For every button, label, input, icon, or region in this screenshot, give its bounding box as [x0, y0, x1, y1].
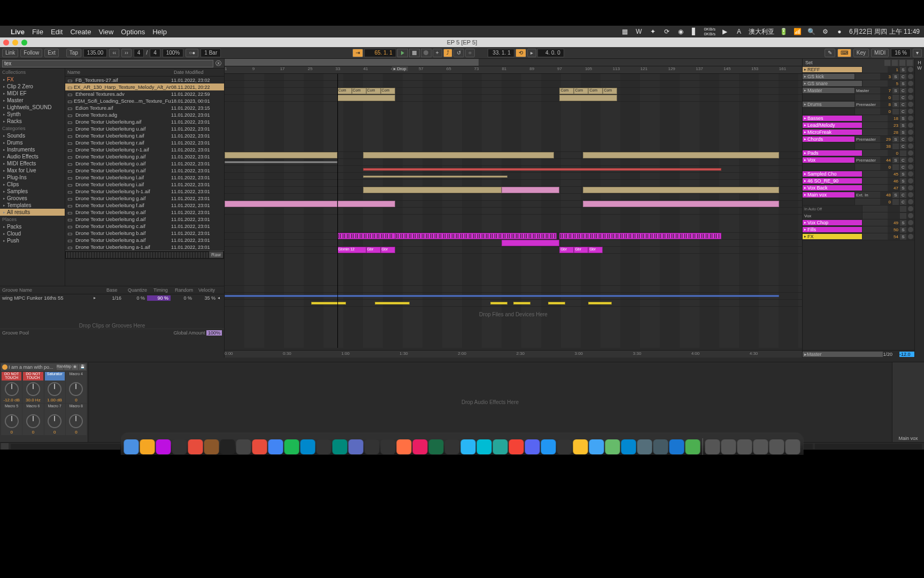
- category-instruments[interactable]: ▸Instruments: [0, 146, 65, 153]
- audio-clip[interactable]: [583, 187, 779, 193]
- file-row[interactable]: ▭Drone Textur Ueberleitung t.aif11.01.20…: [65, 132, 224, 139]
- collection-item[interactable]: ▸Racks: [0, 118, 65, 125]
- audio-clip[interactable]: [583, 152, 779, 158]
- macro-control[interactable]: Macro 50: [1, 404, 22, 435]
- audio-clip[interactable]: [225, 295, 779, 297]
- audio-clip[interactable]: [375, 302, 410, 305]
- knob-icon[interactable]: [69, 414, 83, 428]
- arrangement-view-button[interactable]: W: [915, 65, 924, 71]
- device-title[interactable]: I am a man with po...: [9, 364, 56, 370]
- track-header[interactable]: ▸GS kick3SC: [803, 73, 914, 80]
- dock-app-icon[interactable]: [461, 439, 476, 454]
- dock-app-icon[interactable]: [445, 439, 460, 454]
- dock-app-icon[interactable]: [397, 439, 412, 454]
- global-amount-value[interactable]: 100%: [206, 330, 222, 336]
- dock-app-icon[interactable]: [236, 439, 251, 454]
- record-button[interactable]: [421, 49, 432, 57]
- overdub-icon[interactable]: +: [433, 49, 442, 57]
- track-header[interactable]: ▸Vox Back47S: [803, 185, 914, 192]
- solo-button[interactable]: S: [900, 123, 906, 128]
- macro-control[interactable]: Macro 60: [22, 404, 43, 435]
- dock-app-icon[interactable]: [204, 439, 219, 454]
- collection-item[interactable]: ▸FX: [0, 76, 65, 83]
- groove-row[interactable]: wing MPC Funker 16ths 55 ▸ 1/16 0 % 90 %…: [0, 294, 224, 301]
- file-row[interactable]: ▭Drone Textur Ueberleitung.aif11.01.2022…: [65, 118, 224, 125]
- category-plug-ins[interactable]: ▸Plug-Ins: [0, 174, 65, 181]
- arm-button[interactable]: [908, 206, 913, 211]
- collection-item[interactable]: ▸Clip 2 Zero: [0, 83, 65, 90]
- audio-clip[interactable]: [225, 152, 337, 158]
- arm-button[interactable]: [908, 220, 913, 225]
- file-row[interactable]: ▭Edion Texture.aif11.01.2022, 23:15: [65, 104, 224, 111]
- audio-clip[interactable]: [337, 95, 395, 101]
- dock-app-icon[interactable]: [737, 439, 752, 454]
- arm-button[interactable]: [908, 102, 913, 107]
- loop-start[interactable]: 33. 1. 1: [488, 49, 514, 57]
- master-button[interactable]: [907, 60, 913, 66]
- collapse-button[interactable]: C: [900, 143, 906, 149]
- track-header[interactable]: ▸MicroFreak28S: [803, 129, 914, 136]
- place-packs[interactable]: ▸Packs: [0, 223, 65, 230]
- track-header[interactable]: ▸Pads0: [803, 150, 914, 157]
- collapse-button[interactable]: C: [900, 192, 906, 198]
- session-view-button[interactable]: H: [915, 60, 924, 65]
- audio-clip[interactable]: [363, 168, 721, 171]
- audio-clip[interactable]: Com: [352, 88, 366, 94]
- dock-app-icon[interactable]: [589, 439, 604, 454]
- arrangement-overview[interactable]: [225, 59, 802, 66]
- locator-marker[interactable]: ▸ Drop: [392, 66, 408, 71]
- nudge-down-icon[interactable]: ‹‹: [109, 49, 119, 57]
- follow-button[interactable]: Follow: [20, 49, 42, 57]
- clear-search-icon[interactable]: ⓧ: [214, 60, 222, 67]
- track-header[interactable]: ▸Fills50S: [803, 226, 914, 233]
- link-button[interactable]: Link: [2, 49, 18, 57]
- master-track-header[interactable]: ▸Master 1/2 0 -12.0: [803, 350, 914, 358]
- solo-button[interactable]: S: [900, 67, 906, 73]
- file-row[interactable]: ▭Drone Textur Ueberleitung p.aif11.01.20…: [65, 153, 224, 160]
- audio-clip[interactable]: Com: [603, 88, 617, 94]
- solo-button[interactable]: [892, 199, 899, 205]
- menulet-icon[interactable]: W: [635, 27, 643, 36]
- solo-button[interactable]: [900, 150, 906, 156]
- device-activator-icon[interactable]: [2, 364, 7, 370]
- category-samples[interactable]: ▸Samples: [0, 188, 65, 195]
- time-ruler[interactable]: 0:000:301:001:302:002:303:003:304:004:30: [225, 350, 802, 358]
- battery-icon[interactable]: 🔋: [780, 27, 788, 36]
- collection-item[interactable]: ▸Lightwels_SOUND: [0, 104, 65, 111]
- solo-button[interactable]: S: [900, 81, 906, 87]
- time-sig-num[interactable]: 4: [134, 49, 144, 57]
- arm-button[interactable]: [908, 171, 913, 177]
- file-row[interactable]: ▭Drone Textur Ueberleitung g.aif11.01.20…: [65, 195, 224, 202]
- dock-app-icon[interactable]: [573, 439, 588, 454]
- rand-button[interactable]: Rand: [57, 364, 63, 370]
- knob-icon[interactable]: [48, 382, 61, 396]
- zoom-display[interactable]: 100%: [163, 49, 184, 57]
- dock-app-icon[interactable]: [188, 439, 203, 454]
- tempo-display[interactable]: 135.00: [83, 49, 107, 57]
- solo-button[interactable]: S: [900, 220, 906, 226]
- file-row[interactable]: ▭Drone Textur Ueberleitung r-1.aif11.01.…: [65, 146, 224, 153]
- device-drop-zone[interactable]: Drop Audio Effects Here: [88, 362, 892, 442]
- collapse-button[interactable]: C: [900, 164, 906, 170]
- arm-button[interactable]: [908, 192, 913, 197]
- arm-button[interactable]: [908, 143, 913, 149]
- arm-button[interactable]: [908, 157, 913, 163]
- draw-mode-icon[interactable]: ✎: [825, 49, 835, 57]
- track-header[interactable]: ▸Lead/Melody23S: [803, 122, 914, 129]
- dock-app-icon[interactable]: [268, 439, 283, 454]
- groove-drop-zone[interactable]: Drop Clips or Grooves Here: [0, 301, 224, 329]
- solo-button[interactable]: S: [892, 192, 899, 198]
- track-header[interactable]: 0C: [803, 108, 914, 115]
- track-header[interactable]: ▸GS snare5S: [803, 80, 914, 87]
- arm-button[interactable]: [908, 178, 913, 184]
- file-row[interactable]: ▭Drone Textur Ueberleitung d.aif11.01.20…: [65, 216, 224, 223]
- solo-button[interactable]: S: [900, 234, 906, 240]
- menu-options[interactable]: Options: [121, 28, 145, 36]
- dock-app-icon[interactable]: [333, 439, 348, 454]
- arm-button[interactable]: [908, 88, 913, 93]
- wifi-icon[interactable]: 📶: [794, 27, 802, 36]
- arm-button[interactable]: [908, 164, 913, 170]
- track-header[interactable]: In Auto Off: [803, 206, 914, 212]
- automation-clip[interactable]: [225, 161, 337, 163]
- arm-button[interactable]: [908, 67, 913, 72]
